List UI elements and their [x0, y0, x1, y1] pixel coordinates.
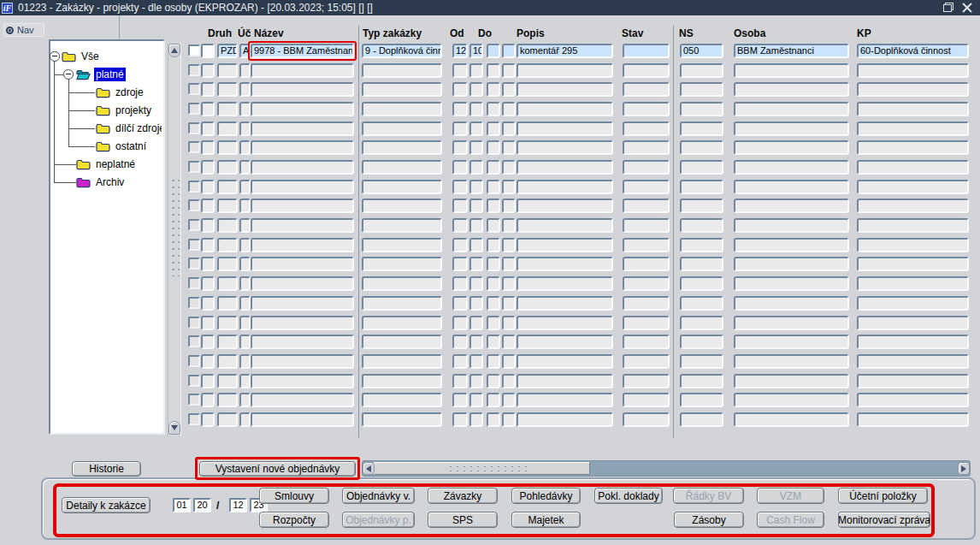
- cell-do1[interactable]: [487, 296, 500, 311]
- cell-popis[interactable]: [517, 198, 613, 213]
- cell-uc[interactable]: [239, 238, 251, 252]
- cell-nazev[interactable]: [251, 180, 354, 194]
- cell-do2[interactable]: [502, 276, 516, 291]
- cell-typ[interactable]: [362, 121, 442, 136]
- cell-do1[interactable]: [487, 316, 500, 330]
- cell-typ[interactable]: [362, 296, 442, 311]
- cell-do1[interactable]: [487, 160, 500, 175]
- cell-nazev[interactable]: [251, 257, 354, 271]
- row-checkbox[interactable]: [188, 103, 200, 115]
- cell-druh[interactable]: [217, 238, 238, 252]
- cell-pre[interactable]: [201, 354, 215, 369]
- row-checkbox[interactable]: [188, 83, 200, 95]
- cell-osoba[interactable]: [734, 102, 849, 116]
- row-checkbox[interactable]: [188, 335, 200, 347]
- cell-od1[interactable]: [452, 102, 468, 116]
- cell-pre[interactable]: [201, 82, 215, 97]
- cell-od2[interactable]: [469, 160, 483, 175]
- cell-druh[interactable]: [217, 198, 238, 213]
- cell-nazev[interactable]: [251, 296, 354, 311]
- cell-pre[interactable]: [201, 180, 215, 194]
- cell-kp[interactable]: [857, 63, 969, 78]
- cell-osoba[interactable]: BBM Zaměstnanci: [734, 44, 849, 58]
- cell-od1[interactable]: 12: [452, 44, 468, 58]
- row-checkbox[interactable]: [188, 297, 200, 309]
- cell-uc[interactable]: [239, 257, 251, 271]
- cell-nazev[interactable]: [251, 102, 354, 116]
- cell-nazev[interactable]: [251, 140, 354, 155]
- cell-kp[interactable]: [857, 238, 969, 252]
- cell-druh[interactable]: [217, 354, 238, 369]
- cell-uc[interactable]: [239, 140, 251, 155]
- nav-toggle[interactable]: Nav: [3, 23, 44, 37]
- cell-pre[interactable]: [201, 238, 215, 252]
- cell-druh[interactable]: [217, 180, 238, 194]
- cell-typ[interactable]: [362, 140, 442, 155]
- cell-kp[interactable]: [857, 180, 969, 194]
- cell-do1[interactable]: [487, 198, 500, 213]
- button-majetek[interactable]: Majetek: [511, 512, 581, 528]
- cell-od2[interactable]: [469, 316, 483, 330]
- cell-stav[interactable]: [623, 198, 670, 213]
- cell-stav[interactable]: [623, 160, 670, 175]
- cell-stav[interactable]: [623, 393, 670, 407]
- cell-druh[interactable]: [217, 63, 238, 78]
- cell-typ[interactable]: [362, 102, 442, 116]
- cell-do2[interactable]: [502, 296, 516, 311]
- cell-popis[interactable]: [517, 276, 613, 291]
- cell-do1[interactable]: [487, 44, 500, 58]
- cell-pre[interactable]: [201, 412, 215, 427]
- cell-nazev[interactable]: [251, 63, 354, 78]
- cell-typ[interactable]: [362, 218, 442, 233]
- cell-popis[interactable]: [517, 218, 613, 233]
- cell-od2[interactable]: [469, 121, 483, 136]
- cell-uc[interactable]: A: [239, 44, 251, 58]
- cell-stav[interactable]: [623, 102, 670, 116]
- cell-kp[interactable]: [857, 335, 969, 349]
- cell-ns[interactable]: [680, 180, 723, 194]
- cell-popis[interactable]: [517, 140, 613, 155]
- cell-nazev[interactable]: [251, 238, 354, 252]
- cell-ns[interactable]: [680, 102, 723, 116]
- cell-stav[interactable]: [623, 44, 670, 58]
- row-checkbox[interactable]: [188, 258, 200, 270]
- cell-pre[interactable]: [201, 296, 215, 311]
- cell-pre[interactable]: [201, 218, 215, 233]
- cell-osoba[interactable]: [734, 412, 849, 427]
- cell-druh[interactable]: [217, 257, 238, 271]
- cell-do2[interactable]: [502, 140, 516, 155]
- cell-do1[interactable]: [487, 335, 500, 349]
- cell-do2[interactable]: [502, 102, 516, 116]
- horizontal-scrollbar-thumb[interactable]: [374, 462, 590, 475]
- cell-od1[interactable]: [452, 82, 468, 97]
- cell-stav[interactable]: [623, 140, 670, 155]
- cell-druh[interactable]: [217, 102, 238, 116]
- cell-stav[interactable]: [623, 354, 670, 369]
- cell-stav[interactable]: [623, 82, 670, 97]
- cell-do1[interactable]: [487, 180, 500, 194]
- cell-osoba[interactable]: [734, 354, 849, 369]
- cell-nazev[interactable]: [251, 121, 354, 136]
- cell-do2[interactable]: [502, 335, 516, 349]
- cell-stav[interactable]: [623, 412, 670, 427]
- cell-pre[interactable]: [201, 257, 215, 271]
- cell-do2[interactable]: [502, 218, 516, 233]
- cell-od2[interactable]: 10: [469, 44, 483, 58]
- cell-typ[interactable]: [362, 335, 442, 349]
- cell-typ[interactable]: [362, 238, 442, 252]
- cell-popis[interactable]: [517, 296, 613, 311]
- cell-typ[interactable]: [362, 276, 442, 291]
- cell-do2[interactable]: [502, 63, 516, 78]
- cell-od2[interactable]: [469, 374, 483, 388]
- row-checkbox[interactable]: [188, 277, 200, 289]
- cell-popis[interactable]: [517, 180, 613, 194]
- cell-druh[interactable]: [217, 140, 238, 155]
- button-pokl-doklady[interactable]: Pokl. doklady: [594, 488, 663, 504]
- button-objednavky-v[interactable]: Objednávky v.: [342, 488, 415, 504]
- cell-do1[interactable]: [487, 412, 500, 427]
- cell-do2[interactable]: [502, 180, 516, 194]
- cell-kp[interactable]: [857, 393, 969, 407]
- cell-ns[interactable]: [680, 218, 723, 233]
- cell-ns[interactable]: [680, 354, 723, 369]
- cell-nazev[interactable]: [251, 316, 354, 330]
